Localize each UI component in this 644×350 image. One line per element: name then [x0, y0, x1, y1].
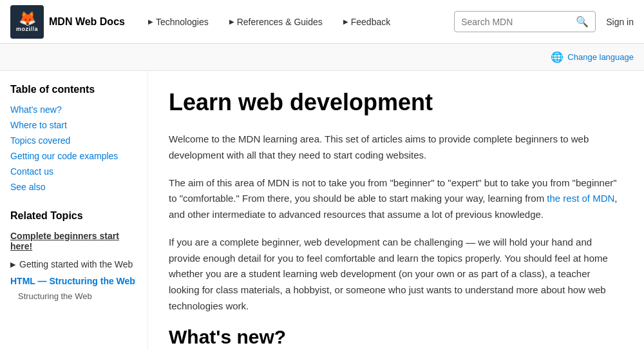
intro-paragraph-2: The aim of this area of MDN is not to ta…: [169, 175, 623, 223]
logo-sub-text: mozi//a: [16, 26, 38, 32]
chevron-icon: ▶: [10, 260, 15, 269]
related-getting-started-label: Getting started with the Web: [19, 259, 133, 269]
list-item: What's new?: [10, 104, 137, 115]
header: 🦊 mozi//a MDN Web Docs ▶ Technologies ▶ …: [0, 0, 644, 44]
nav-technologies[interactable]: ▶ Technologies: [140, 12, 216, 32]
intro-paragraph-3: If you are a complete beginner, web deve…: [169, 235, 623, 315]
toc-title: Table of contents: [10, 84, 137, 95]
whats-new-heading: What's new?: [169, 326, 623, 348]
search-button[interactable]: 🔍: [576, 15, 589, 28]
toc-link-see-also[interactable]: See also: [10, 182, 45, 192]
toc-link-contact-us[interactable]: Contact us: [10, 166, 53, 177]
main-nav: ▶ Technologies ▶ References & Guides ▶ F…: [140, 12, 454, 32]
sidebar: Table of contents What's new? Where to s…: [0, 71, 148, 350]
change-language-label: Change language: [567, 52, 634, 62]
nav-feedback[interactable]: ▶ Feedback: [336, 12, 398, 32]
related-topics-title: Related Topics: [10, 210, 137, 222]
nav-references-label: References & Guides: [237, 17, 323, 27]
main-layout: Table of contents What's new? Where to s…: [0, 71, 644, 350]
logo-box: 🦊 mozi//a: [10, 5, 44, 39]
sign-in-link[interactable]: Sign in: [606, 17, 634, 27]
html-section-link[interactable]: HTML — Structuring the Web: [10, 276, 137, 286]
nav-feedback-label: Feedback: [351, 17, 390, 27]
globe-icon: 🌐: [551, 51, 564, 63]
list-item: See also: [10, 182, 137, 192]
flame-icon: 🦊: [19, 12, 36, 26]
toc-link-whats-new[interactable]: What's new?: [10, 104, 62, 115]
toc-link-code-examples[interactable]: Getting our code examples: [10, 151, 118, 161]
toc-list: What's new? Where to start Topics covere…: [10, 104, 137, 192]
page-title: Learn web development: [169, 89, 623, 116]
main-content: Learn web development Welcome to the MDN…: [148, 71, 644, 350]
related-getting-started[interactable]: ▶ Getting started with the Web: [10, 259, 137, 269]
nav-references[interactable]: ▶ References & Guides: [222, 12, 330, 32]
logo-main-label: MDN Web Docs: [49, 16, 125, 28]
toc-link-topics-covered[interactable]: Topics covered: [10, 135, 70, 146]
nav-arrow-technologies: ▶: [148, 18, 153, 25]
rest-of-mdn-link[interactable]: the rest of MDN: [547, 193, 614, 204]
search-input[interactable]: [461, 17, 576, 27]
nav-technologies-label: Technologies: [156, 17, 209, 27]
html-sub-label: Structuring the Web: [10, 291, 137, 301]
logo-text-area: MDN Web Docs: [49, 16, 125, 28]
nav-arrow-references: ▶: [229, 18, 234, 25]
intro-paragraph-1: Welcome to the MDN learning area. This s…: [169, 131, 623, 164]
language-bar: 🌐 Change language: [0, 44, 644, 71]
related-complete-beginners[interactable]: Complete beginners start here!: [10, 231, 137, 251]
toc-link-where-to-start[interactable]: Where to start: [10, 120, 67, 130]
list-item: Where to start: [10, 120, 137, 130]
nav-arrow-feedback: ▶: [343, 18, 348, 25]
list-item: Topics covered: [10, 135, 137, 146]
change-language-button[interactable]: 🌐 Change language: [551, 51, 634, 63]
list-item: Contact us: [10, 166, 137, 177]
search-box: 🔍: [454, 11, 596, 32]
list-item: Getting our code examples: [10, 151, 137, 161]
logo-link[interactable]: 🦊 mozi//a MDN Web Docs: [10, 5, 125, 39]
